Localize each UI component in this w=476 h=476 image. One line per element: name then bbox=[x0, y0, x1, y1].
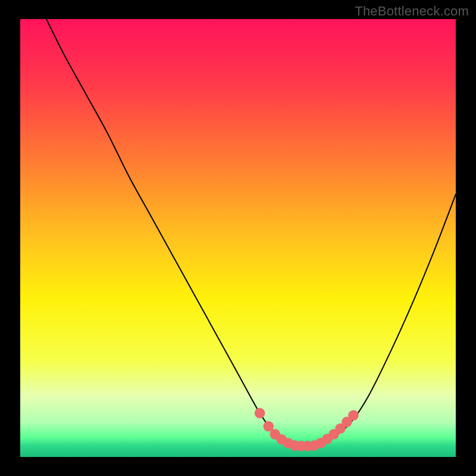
marker-dot bbox=[348, 410, 359, 421]
gradient-background bbox=[20, 19, 456, 457]
watermark-text: TheBottleneck.com bbox=[355, 4, 469, 19]
chart-frame: TheBottleneck.com bbox=[0, 0, 476, 476]
plot-area bbox=[20, 19, 456, 457]
marker-dot bbox=[255, 408, 265, 419]
bottleneck-chart bbox=[20, 19, 456, 457]
